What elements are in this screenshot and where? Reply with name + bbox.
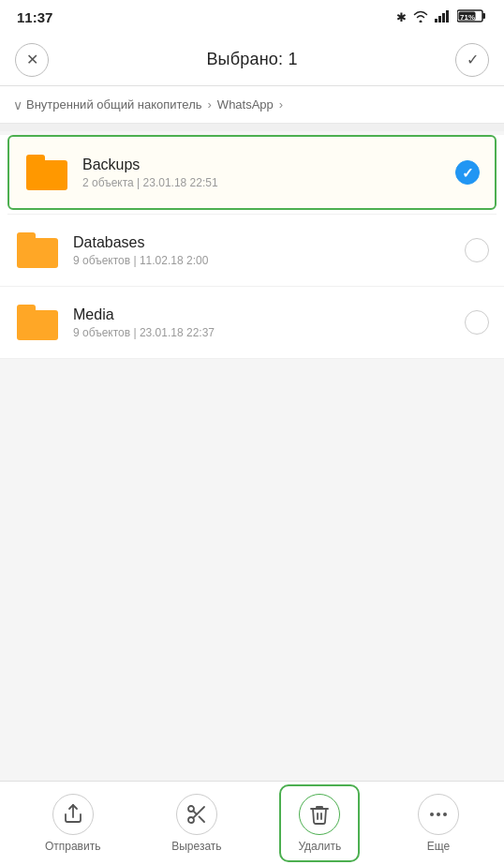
breadcrumb-sep2: ›	[279, 97, 283, 112]
svg-line-13	[193, 811, 197, 814]
divider-top	[0, 124, 504, 131]
folder-icon-backups	[24, 150, 69, 195]
svg-rect-2	[442, 13, 445, 22]
cut-button[interactable]: Вырезать	[158, 786, 234, 860]
svg-rect-5	[482, 13, 485, 19]
file-meta-media: 9 объектов | 23.01.18 22:37	[73, 326, 465, 339]
bottom-toolbar: Отправить Вырезать Удалить	[0, 781, 504, 865]
battery-text: 71%	[457, 8, 487, 26]
share-icon	[62, 803, 84, 826]
svg-rect-0	[435, 19, 437, 22]
check-icon: ✓	[467, 51, 479, 68]
file-name-backups: Backups	[82, 157, 455, 173]
trash-icon	[308, 803, 331, 826]
action-bar-title: Выбрано: 1	[206, 50, 297, 69]
svg-point-15	[437, 813, 440, 816]
expand-icon: ∨	[13, 97, 22, 112]
status-icons: ✱ 71%	[396, 8, 487, 26]
action-bar: ✕ Выбрано: 1 ✓	[0, 34, 504, 86]
file-name-databases: Databases	[73, 234, 465, 251]
status-bar: 11:37 ✱ 71%	[0, 0, 504, 34]
checkbox-backups[interactable]	[455, 160, 480, 185]
file-meta-databases: 9 объектов | 11.02.18 2:00	[73, 254, 465, 267]
checkbox-databases[interactable]	[465, 238, 489, 262]
bluetooth-icon: ✱	[396, 10, 407, 24]
more-icon	[427, 803, 450, 826]
breadcrumb[interactable]: ∨ Внутренний общий накопитель › WhatsApp…	[0, 86, 504, 124]
file-info-backups: Backups 2 объекта | 23.01.18 22:51	[82, 157, 455, 189]
status-time: 11:37	[17, 9, 52, 25]
cut-label: Вырезать	[171, 840, 221, 853]
svg-text:71%: 71%	[460, 13, 475, 22]
scissors-icon-circle	[176, 794, 217, 835]
file-info-media: Media 9 объектов | 23.01.18 22:37	[73, 306, 465, 339]
svg-point-16	[443, 813, 447, 816]
list-item[interactable]: Media 9 объектов | 23.01.18 22:37	[0, 287, 504, 359]
folder-icon-media	[15, 300, 60, 345]
close-icon: ✕	[26, 51, 38, 68]
svg-rect-3	[446, 10, 449, 22]
breadcrumb-sep1: ›	[208, 97, 212, 112]
breadcrumb-root: Внутренний общий накопитель	[26, 97, 202, 112]
list-item[interactable]: Backups 2 объекта | 23.01.18 22:51	[7, 135, 497, 210]
more-button[interactable]: Еще	[405, 786, 472, 860]
svg-rect-1	[438, 16, 441, 22]
file-info-databases: Databases 9 объектов | 11.02.18 2:00	[73, 234, 465, 267]
checkbox-media[interactable]	[465, 310, 489, 335]
wifi-icon	[412, 9, 429, 25]
confirm-button[interactable]: ✓	[455, 43, 489, 77]
close-button[interactable]: ✕	[15, 43, 49, 77]
breadcrumb-current: WhatsApp	[217, 97, 274, 112]
trash-icon-circle	[299, 794, 340, 835]
file-name-media: Media	[73, 306, 465, 323]
delete-button[interactable]: Удалить	[279, 784, 360, 862]
share-icon-circle	[52, 794, 94, 835]
more-label: Еще	[427, 840, 450, 853]
send-button[interactable]: Отправить	[32, 786, 114, 860]
svg-point-14	[430, 813, 434, 816]
more-icon-circle	[418, 794, 459, 835]
signal-icon	[435, 9, 452, 25]
file-meta-backups: 2 объекта | 23.01.18 22:51	[82, 176, 455, 189]
list-item[interactable]: Databases 9 объектов | 11.02.18 2:00	[0, 215, 504, 287]
folder-icon-databases	[15, 228, 60, 273]
delete-label: Удалить	[298, 840, 341, 853]
scissors-icon	[185, 803, 208, 826]
send-label: Отправить	[45, 840, 101, 853]
svg-line-12	[199, 816, 204, 822]
file-list: Backups 2 объекта | 23.01.18 22:51 Datab…	[0, 135, 504, 359]
